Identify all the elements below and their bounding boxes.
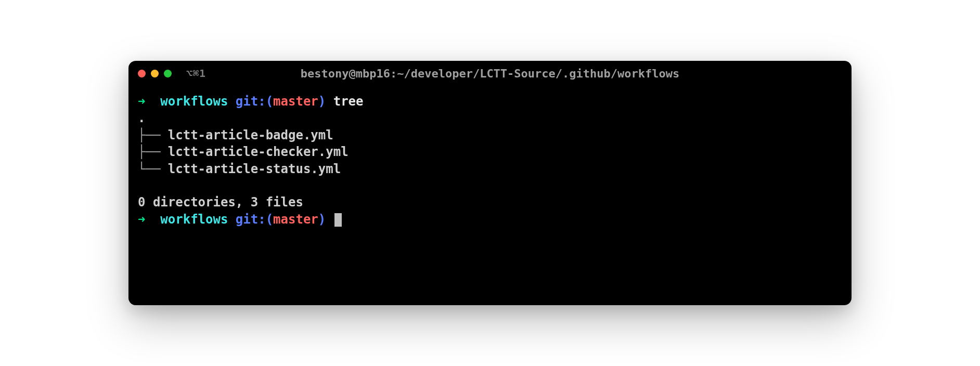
minimize-icon[interactable]: [151, 70, 159, 77]
paren-close: ): [318, 212, 326, 227]
command-text: tree: [333, 94, 364, 109]
tree-branch-icon: ├──: [138, 145, 168, 159]
terminal-body[interactable]: ➜ workflows git:(master) tree . ├── lctt…: [128, 86, 852, 305]
git-label: git:: [236, 94, 266, 109]
paren-open: (: [266, 212, 273, 227]
git-label: git:: [236, 212, 266, 227]
prompt-line: ➜ workflows git:(master): [138, 211, 842, 228]
window-title: bestony@mbp16:~/developer/LCTT-Source/.g…: [301, 67, 679, 80]
prompt-dir: workflows: [160, 212, 228, 227]
tree-root: .: [138, 110, 842, 126]
git-branch: master: [273, 212, 318, 227]
tree-entry: ├── lctt-article-badge.yml: [138, 127, 842, 143]
blank-line: [138, 177, 842, 194]
titlebar: ⌥⌘1 bestony@mbp16:~/developer/LCTT-Sourc…: [128, 61, 852, 86]
tree-branch-icon: ├──: [138, 128, 168, 142]
tree-filename: lctt-article-status.yml: [168, 162, 341, 176]
traffic-lights: [138, 70, 172, 77]
paren-close: ): [318, 94, 326, 109]
prompt-line: ➜ workflows git:(master) tree: [138, 93, 842, 110]
prompt-dir: workflows: [160, 94, 228, 109]
paren-open: (: [266, 94, 273, 109]
tree-entry: ├── lctt-article-checker.yml: [138, 143, 842, 160]
close-icon[interactable]: [138, 70, 146, 77]
prompt-arrow-icon: ➜: [138, 94, 145, 109]
tab-indicator: ⌥⌘1: [186, 67, 206, 80]
git-branch: master: [273, 94, 318, 109]
prompt-arrow-icon: ➜: [138, 212, 145, 227]
cursor-icon: [334, 213, 342, 227]
tree-entry: └── lctt-article-status.yml: [138, 161, 842, 177]
tree-branch-icon: └──: [138, 162, 168, 176]
tree-summary: 0 directories, 3 files: [138, 194, 842, 211]
tree-filename: lctt-article-checker.yml: [168, 145, 349, 159]
terminal-window: ⌥⌘1 bestony@mbp16:~/developer/LCTT-Sourc…: [128, 61, 852, 305]
tree-filename: lctt-article-badge.yml: [168, 128, 333, 142]
zoom-icon[interactable]: [164, 70, 172, 77]
